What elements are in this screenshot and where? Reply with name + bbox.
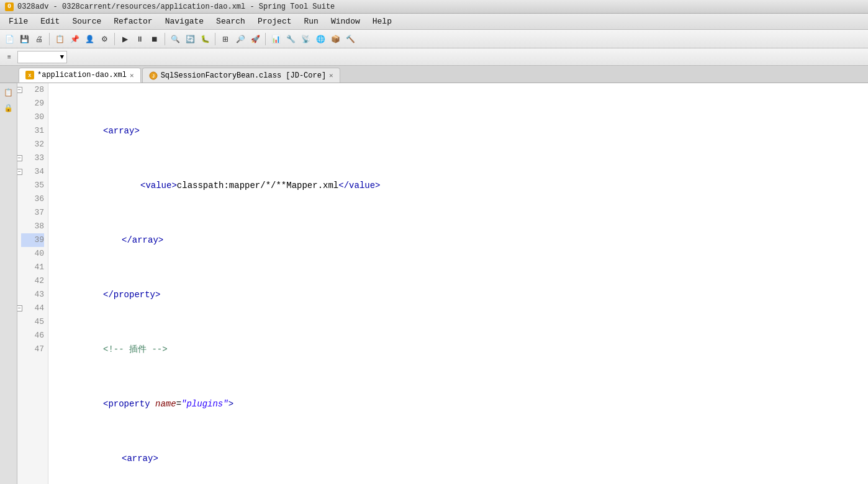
sep-2 [114, 33, 115, 45]
svg-text:J: J [152, 74, 155, 79]
new-button[interactable]: 📄 [2, 32, 16, 46]
menu-navigate[interactable]: Navigate [159, 16, 210, 27]
search-toolbar-button[interactable]: 🔍 [168, 32, 182, 46]
sep-1 [49, 33, 50, 45]
refresh-button[interactable]: 🔄 [183, 32, 197, 46]
zoom-in-button[interactable]: 🔎 [233, 32, 247, 46]
sep-3 [165, 33, 165, 45]
menu-help[interactable]: Help [366, 16, 398, 27]
ln-45: 45 [21, 315, 44, 329]
ext4-button[interactable]: 🌐 [314, 32, 327, 46]
code-line-31: </property> [53, 288, 863, 302]
ln-42: 42 [21, 274, 44, 288]
collapse-33[interactable]: − [17, 155, 22, 161]
ln-41: 41 [21, 261, 44, 274]
menu-run[interactable]: Run [298, 16, 325, 27]
code-line-33: <property name="plugins"> [53, 397, 863, 411]
code-line-34: <array> [53, 452, 863, 465]
save-button[interactable]: 💾 [17, 32, 31, 46]
ext2-button[interactable]: 🔧 [284, 32, 297, 46]
title-text: 0328adv - 0328carrent/resources/applicat… [17, 2, 335, 11]
ln-33: − 33 [21, 151, 44, 165]
stop-button[interactable]: ⏹ [148, 32, 161, 46]
tab-xml-label: *application-dao.xml [37, 71, 127, 79]
ln-39: 39 [21, 233, 44, 247]
toolbar-1: 📄 💾 🖨 📋 📌 👤 ⚙ ▶ ⏸ ⏹ 🔍 🔄 🐛 ⊞ 🔎 🚀 📊 🔧 📡 🌐 … [0, 30, 868, 48]
ext5-button[interactable]: 📦 [328, 32, 342, 46]
ln-29: 29 [21, 97, 44, 110]
sidebar-btn-2[interactable]: 🔒 [2, 101, 16, 115]
code-line-29: <value>classpath:mapper/*/**Mapper.xml</… [53, 179, 863, 192]
user-button[interactable]: 👤 [83, 32, 96, 46]
sidebar: 📋 🔒 [0, 83, 17, 484]
editor[interactable]: − 28 29 30 31 32 − 33 − 34 35 36 37 38 [17, 83, 868, 484]
ln-46: 46 [21, 329, 44, 343]
ln-32: 32 [21, 138, 44, 151]
toolbar2-btn1[interactable]: ≡ [2, 50, 16, 64]
print-button[interactable]: 🖨 [32, 32, 46, 46]
copy-button[interactable]: 📋 [53, 32, 66, 46]
collapse-34[interactable]: − [17, 169, 22, 175]
ln-47: 47 [21, 343, 44, 356]
deploy-button[interactable]: 🚀 [248, 32, 262, 46]
code-area: − 28 29 30 31 32 − 33 − 34 35 36 37 38 [17, 83, 868, 484]
line-numbers: − 28 29 30 31 32 − 33 − 34 35 36 37 38 [17, 83, 48, 484]
run-button[interactable]: ▶ [118, 32, 132, 46]
menu-file[interactable]: File [2, 16, 34, 27]
settings-button[interactable]: ⚙ [97, 32, 111, 46]
ln-36: 36 [21, 192, 44, 206]
dropdown-arrow-icon: ▼ [60, 53, 64, 61]
tab-java-close[interactable]: ✕ [329, 71, 333, 79]
ln-43: 43 [21, 288, 44, 302]
menu-search[interactable]: Search [210, 16, 251, 27]
ext6-button[interactable]: 🔨 [343, 32, 357, 46]
ln-28: − 28 [21, 83, 44, 97]
code-line-32: <!-- 插件 --> [53, 343, 863, 356]
app-icon: 0 [5, 2, 14, 11]
ext1-button[interactable]: 📊 [269, 32, 283, 46]
tab-xml-close[interactable]: ✕ [130, 71, 134, 79]
debug-button[interactable]: 🐛 [198, 32, 212, 46]
java-icon: J [149, 71, 158, 80]
sep-4 [215, 33, 215, 45]
tab-xml[interactable]: X *application-dao.xml ✕ [19, 68, 141, 83]
code-line-30: </array> [53, 233, 863, 247]
tab-java-label: SqlSessionFactoryBean.class [JD-Core] [161, 71, 326, 80]
ext3-button[interactable]: 📡 [299, 32, 312, 46]
menu-project[interactable]: Project [251, 16, 298, 27]
collapse-28[interactable]: − [17, 87, 22, 93]
menu-edit[interactable]: Edit [34, 16, 66, 27]
paste-button[interactable]: 📌 [68, 32, 81, 46]
menu-source[interactable]: Source [66, 16, 107, 27]
toolbar-dropdown[interactable]: ▼ [17, 51, 67, 63]
tab-java[interactable]: J SqlSessionFactoryBean.class [JD-Core] … [142, 68, 340, 83]
ln-31: 31 [21, 124, 44, 138]
ln-34: − 34 [21, 165, 44, 179]
menu-refactor[interactable]: Refactor [107, 16, 158, 27]
pause-button[interactable]: ⏸ [133, 32, 147, 46]
code-content[interactable]: <array> <value>classpath:mapper/*/**Mapp… [48, 83, 868, 484]
code-line-28: <array> [53, 124, 863, 138]
menu-window[interactable]: Window [325, 16, 366, 27]
ln-30: 30 [21, 110, 44, 124]
ln-35: 35 [21, 179, 44, 192]
collapse-44[interactable]: − [17, 305, 22, 311]
ln-44: − 44 [21, 302, 44, 315]
ln-40: 40 [21, 247, 44, 261]
sep-5 [265, 33, 266, 45]
ln-38: 38 [21, 220, 44, 233]
layout-button[interactable]: ⊞ [219, 32, 232, 46]
ln-37: 37 [21, 206, 44, 220]
toolbar-2: ≡ ▼ [0, 48, 868, 66]
menu-bar: File Edit Source Refactor Navigate Searc… [0, 14, 868, 30]
tabs-bar: X *application-dao.xml ✕ J SqlSessionFac… [0, 66, 868, 83]
main-area: 📋 🔒 − 28 29 30 31 32 − 33 − [0, 83, 868, 484]
title-bar: 0 0328adv - 0328carrent/resources/applic… [0, 0, 868, 14]
xml-icon: X [25, 71, 34, 79]
sidebar-btn-1[interactable]: 📋 [2, 86, 16, 99]
